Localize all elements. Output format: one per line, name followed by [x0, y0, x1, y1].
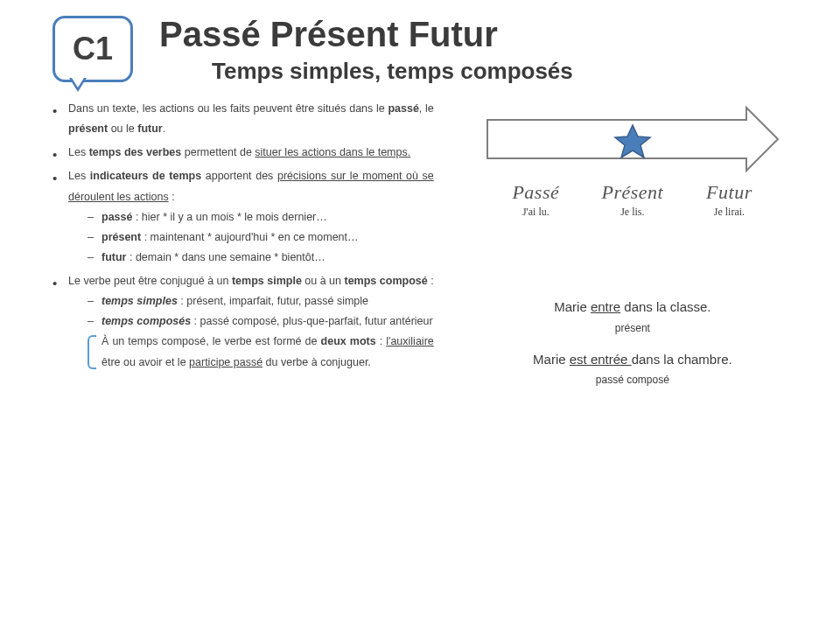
text: présent	[102, 231, 141, 243]
text: situer les actions dans le temps.	[255, 146, 410, 158]
text: entre	[591, 299, 620, 314]
text: ou le	[108, 122, 137, 135]
note-block: À un temps composé, le verbe est formé d…	[102, 332, 434, 372]
text: ou à un	[302, 275, 345, 287]
sub-bullet: présent : maintenant * aujourd'hui * en …	[88, 228, 434, 248]
text: temps composés	[102, 315, 191, 327]
text: À un temps composé, le verbe est formé d…	[102, 335, 321, 347]
sub-bullet: temps simples : présent, imparfait, futu…	[88, 291, 434, 312]
titles: Passé Présent Futur Temps simples, temps…	[159, 16, 805, 85]
text: Le verbe peut être conjugué à un	[68, 275, 232, 287]
text: est entrée	[570, 352, 632, 367]
text: .	[163, 122, 165, 135]
text: temps simples	[102, 295, 178, 307]
text: :	[428, 275, 434, 287]
sub-bullet: futur : demain * dans une semaine * bien…	[88, 248, 434, 268]
header: C1 Passé Présent Futur Temps simples, te…	[0, 0, 840, 90]
page-title: Passé Présent Futur	[159, 16, 805, 52]
example-tag-1: présent	[460, 320, 805, 336]
text: temps des verbes	[89, 146, 182, 158]
text: futur	[102, 251, 126, 263]
timeline-sub: J'ai lu.	[488, 206, 584, 219]
text: : hier * il y a un mois * le mois dernie…	[132, 211, 326, 223]
sub-bullet: passé : hier * il y a un mois * le mois …	[88, 207, 434, 228]
text: :	[169, 191, 175, 203]
text: permettent de	[181, 146, 255, 158]
page-subtitle: Temps simples, temps composés	[212, 58, 805, 85]
timeline-head: Futur	[682, 181, 777, 204]
text: passé	[388, 102, 418, 115]
example-tag-2: passé composé	[460, 372, 805, 388]
text: Dans un texte, les actions ou les faits …	[68, 102, 388, 115]
text: apportent des	[201, 170, 277, 182]
text: Marie	[533, 352, 570, 367]
text: futur	[137, 122, 162, 135]
text: : maintenant * aujourd'hui * en ce momen…	[141, 231, 358, 243]
timeline-col-present: Présent Je lis.	[584, 181, 680, 219]
text: : présent, imparfait, futur, passé simpl…	[178, 295, 368, 307]
text: participe passé	[189, 356, 262, 368]
timeline-labels: Passé J'ai lu. Présent Je lis. Futur Je …	[488, 181, 777, 219]
timeline-sub: Je lirai.	[682, 206, 777, 219]
text: indicateurs de temps	[90, 170, 201, 182]
text: :	[376, 335, 387, 347]
examples: Marie entre dans la classe. présent Mari…	[460, 298, 805, 388]
timeline-col-passe: Passé J'ai lu.	[488, 181, 584, 219]
text: passé	[102, 211, 132, 223]
bullet-1: Dans un texte, les actions ou les faits …	[52, 99, 434, 139]
timeline-arrow	[484, 104, 781, 174]
example-line-2: Marie est entrée dans la chambre.	[460, 350, 805, 370]
sub-bullet: temps composés : passé composé, plus-que…	[88, 312, 434, 332]
timeline-head: Présent	[584, 181, 680, 204]
right-column: Passé J'ai lu. Présent Je lis. Futur Je …	[460, 99, 805, 402]
text: dans la classe.	[620, 299, 710, 314]
timeline-head: Passé	[488, 181, 584, 204]
text: l'auxiliaire	[386, 335, 434, 347]
bullet-2: Les temps des verbes permettent de situe…	[52, 143, 434, 163]
text: deux mots	[321, 335, 376, 347]
text: être ou avoir et le	[102, 356, 189, 368]
bullet-4: Le verbe peut être conjugué à un temps s…	[52, 271, 434, 373]
text: : demain * dans une semaine * bientôt…	[126, 251, 325, 263]
timeline-sub: Je lis.	[584, 206, 680, 219]
bullet-3: Les indicateurs de temps apportent des p…	[52, 166, 434, 268]
level-badge: C1	[52, 16, 133, 82]
content: Dans un texte, les actions ou les faits …	[0, 90, 840, 419]
text: Les	[68, 170, 90, 182]
text: temps simple	[232, 275, 302, 287]
brace-icon	[88, 335, 96, 368]
text: : passé composé, plus-que-parfait, futur…	[191, 315, 433, 327]
text: temps composé	[345, 275, 428, 287]
left-column: Dans un texte, les actions ou les faits …	[52, 99, 434, 402]
timeline-col-futur: Futur Je lirai.	[682, 181, 777, 219]
text: du verbe à conjuguer.	[262, 356, 371, 368]
text: Marie	[554, 299, 591, 314]
text: , le	[419, 102, 434, 115]
text: Les	[68, 146, 89, 158]
text: présent	[68, 122, 108, 135]
text: dans la chambre.	[632, 352, 732, 367]
example-line-1: Marie entre dans la classe.	[460, 298, 805, 318]
